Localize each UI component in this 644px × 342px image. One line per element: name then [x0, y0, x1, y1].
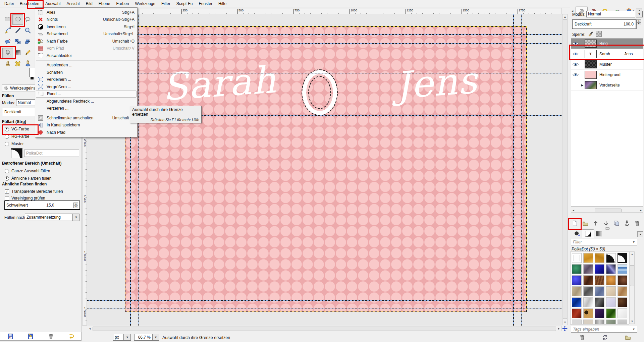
fill-by-dropdown-icon[interactable]: ▼ [73, 214, 79, 221]
eye-icon[interactable] [571, 40, 580, 47]
pattern-swatch-18[interactable] [606, 286, 616, 296]
menu-item-alles[interactable]: AllesStrg+A [36, 9, 137, 16]
tab-patterns[interactable] [582, 229, 594, 238]
menu-item-nachpfad[interactable]: Nach Pfad [36, 129, 137, 136]
menu-item-abgerundetesrechteck[interactable]: Abgerundetes Rechteck ... [36, 98, 137, 105]
layer-row-sarah[interactable]: TSarahJens [571, 49, 643, 59]
menu-item-verkleinern[interactable]: Verkleinern ... [36, 76, 137, 83]
pattern-swatch-31[interactable] [583, 320, 593, 325]
scroll-up-icon[interactable]: ▲ [563, 15, 567, 19]
tool-color-picker[interactable] [12, 25, 23, 36]
find-check-0[interactable]: ✓Transparente Bereiche füllen [5, 189, 63, 194]
pattern-swatch-19[interactable] [618, 286, 627, 296]
pattern-swatch-32[interactable] [595, 320, 604, 325]
tool-heal[interactable] [12, 59, 23, 69]
pattern-swatch-29[interactable] [618, 308, 627, 318]
pattern-swatch-25[interactable] [572, 308, 582, 318]
menu-item-rand[interactable]: Rand ... [36, 91, 137, 98]
pattern-swatch-9[interactable] [618, 264, 627, 274]
menu-item-schwebend[interactable]: SchwebendUmschalt+Strg+L [36, 31, 137, 38]
area-option-1[interactable]: Ähnliche Farben füllen [5, 176, 51, 181]
refresh-patterns-button[interactable] [601, 333, 609, 341]
pattern-swatch-1[interactable] [583, 253, 593, 263]
scroll-left-icon[interactable]: ◄ [88, 327, 92, 331]
eye-icon[interactable] [571, 61, 580, 68]
pattern-swatch-21[interactable] [583, 297, 593, 307]
scroll-right-icon[interactable]: ► [557, 327, 561, 331]
pattern-swatch-27[interactable] [595, 308, 604, 318]
layer-mode-combo[interactable]: Normal [586, 11, 635, 17]
pan-navigation-button[interactable] [562, 326, 568, 331]
unit-dropdown-icon[interactable]: ▼ [124, 334, 131, 341]
lock-pixels-icon[interactable] [588, 31, 594, 37]
open-pattern-folder-button[interactable] [624, 333, 632, 341]
pattern-swatch-8[interactable] [606, 264, 616, 274]
tool-bucket-fill[interactable] [2, 48, 13, 58]
menubar-item-bearbeiten[interactable]: Bearbeiten [17, 0, 42, 7]
dock-divider[interactable] [569, 7, 569, 342]
layer-opacity-slider[interactable]: Deckkraft 100,0 [572, 19, 636, 29]
tool-zoom[interactable] [22, 25, 33, 36]
menu-item-nachfarbe[interactable]: Nach FarbeUmschalt+O [36, 38, 137, 45]
canvas-viewport[interactable]: SarahJens [87, 14, 562, 326]
menubar-item-hilfe[interactable]: Hilfe [215, 0, 229, 7]
fill-by-combo[interactable]: Zusammensetzung [25, 214, 73, 221]
threshold-spinner[interactable]: ▲▼ [73, 203, 78, 208]
tool-scale[interactable] [12, 37, 23, 47]
hscroll-thumb[interactable] [93, 327, 556, 331]
pattern-swatch-16[interactable] [583, 286, 593, 296]
lock-alpha-icon[interactable] [596, 31, 602, 37]
menubar-item-filter[interactable]: Filter [158, 0, 173, 7]
unit-combo[interactable]: px [113, 334, 124, 341]
pattern-swatch-3[interactable] [606, 253, 616, 263]
pattern-swatch-20[interactable] [572, 297, 582, 307]
restore-tool-preset-button[interactable] [27, 333, 34, 340]
tool-free-select[interactable] [22, 14, 33, 25]
layer-mode-dropdown-icon[interactable]: ▼ [636, 11, 643, 17]
menubar-item-scriptfu[interactable]: Script-Fu [173, 0, 196, 7]
pattern-swatch-2[interactable] [595, 253, 604, 263]
pattern-filter-input[interactable]: Filter ▼ [571, 239, 637, 245]
menubar-item-fenster[interactable]: Fenster [196, 0, 215, 7]
save-tool-preset-button[interactable] [7, 333, 14, 340]
zoom-combo[interactable]: 66,7 % [134, 334, 152, 341]
tab-gradients[interactable] [593, 229, 605, 238]
tool-paths[interactable] [2, 25, 13, 36]
scroll-down-icon[interactable]: ▼ [563, 320, 567, 325]
patterns-scroll-thumb[interactable] [630, 265, 634, 286]
layer-row-ring[interactable]: Ring [571, 39, 643, 49]
menubar-item-farben[interactable]: Farben [113, 0, 132, 7]
horizontal-scrollbar[interactable]: ◄ ► [87, 326, 562, 331]
pattern-swatch-12[interactable] [595, 275, 604, 285]
menu-item-invertieren[interactable]: InvertierenStrg+I [36, 23, 137, 31]
fill-type-muster[interactable]: Muster [5, 141, 24, 147]
new-group-button[interactable] [581, 219, 589, 227]
pattern-name-field[interactable]: PolkaDot [24, 150, 79, 157]
pattern-swatch-28[interactable] [606, 308, 616, 318]
layer-row-muster[interactable]: Muster [571, 59, 643, 70]
layers-scroll-thumb[interactable] [595, 209, 622, 212]
layers-scroll-right-icon[interactable]: ► [639, 209, 643, 212]
filter-dropdown-icon[interactable]: ▼ [632, 240, 635, 244]
tool-rectangle-select[interactable] [2, 14, 13, 25]
pattern-swatch-26[interactable] [583, 308, 593, 318]
menu-item-schnellmaskeumschalten[interactable]: Schnellmaske umschaltenUmschalt+Q [36, 114, 137, 122]
menubar-item-datei[interactable]: Datei [1, 0, 17, 7]
tags-dropdown-icon[interactable]: ▼ [632, 328, 635, 331]
layer-row-hintergrund[interactable]: Hintergrund [571, 70, 643, 80]
tool-ellipse-select[interactable] [12, 14, 23, 25]
find-check-1[interactable]: Vereinigung prüfen [5, 195, 45, 201]
horizontal-ruler[interactable]: 2505007501000125015001750 [87, 8, 562, 14]
patterns-scroll-up-icon[interactable]: ▲ [630, 252, 634, 256]
pattern-swatch-22[interactable] [595, 297, 604, 307]
tool-gradient[interactable] [12, 48, 23, 58]
delete-layer-button[interactable] [633, 219, 641, 227]
pattern-swatch-30[interactable] [572, 320, 582, 325]
tool-clone[interactable] [2, 59, 13, 69]
patterns-scrollbar[interactable]: ▲ ▼ [629, 251, 635, 324]
anchor-layer-button[interactable] [623, 219, 631, 227]
dock-resize-handle[interactable] [605, 227, 610, 230]
delete-pattern-button[interactable] [578, 333, 586, 341]
tool-rotate[interactable] [2, 37, 13, 47]
pattern-swatch-24[interactable] [618, 297, 627, 307]
